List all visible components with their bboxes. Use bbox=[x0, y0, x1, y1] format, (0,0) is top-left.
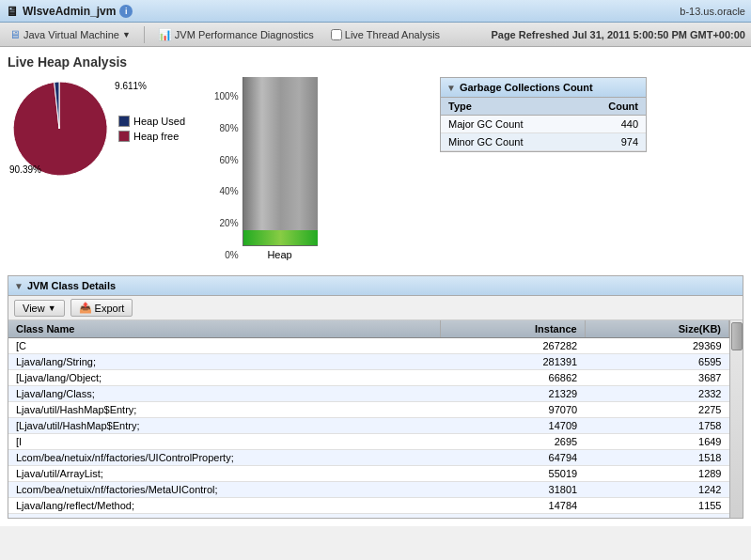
class-name-cell: Ljava/util/HashMap$Entry; bbox=[8, 402, 441, 418]
y-label-60: 60% bbox=[214, 155, 239, 165]
bar-used-segment bbox=[243, 77, 318, 231]
legend-label-used: Heap Used bbox=[133, 116, 185, 127]
legend-item-free: Heap free bbox=[118, 131, 185, 142]
gc-type-cell: Major GC Count bbox=[441, 116, 577, 133]
class-details-panel: ▼ JVM Class Details View ▼ 📤 Export Clas… bbox=[8, 275, 743, 519]
size-cell: 1758 bbox=[585, 418, 728, 434]
export-label: Export bbox=[95, 303, 125, 314]
gc-col-count: Count bbox=[577, 98, 646, 116]
gc-count-cell: 440 bbox=[577, 116, 646, 133]
size-cell: 1289 bbox=[585, 466, 728, 482]
class-table-wrapper[interactable]: Class Name Instance Size(KB) [C267282293… bbox=[8, 320, 743, 518]
main-content: Live Heap Analysis 9.611% 90.39% bbox=[0, 47, 751, 526]
gc-table-row: Major GC Count440 bbox=[441, 116, 646, 133]
gc-table-body: Major GC Count440Minor GC Count974 bbox=[441, 116, 646, 151]
instance-cell: 21329 bbox=[441, 386, 585, 402]
scrollbar[interactable] bbox=[729, 320, 743, 518]
class-name-cell: [C bbox=[8, 338, 441, 354]
scrollbar-thumb[interactable] bbox=[731, 322, 743, 350]
size-cell: 953 bbox=[585, 514, 728, 519]
pie-wrapper: 9.611% 90.39% Heap Used Heap free bbox=[8, 77, 196, 180]
heap-analysis-row: 9.611% 90.39% Heap Used Heap free bbox=[8, 77, 743, 260]
table-row: [I26951649 bbox=[8, 434, 729, 450]
class-table-body: [C26728229369Ljava/lang/String;281391659… bbox=[8, 338, 729, 519]
instance-cell: 281391 bbox=[441, 354, 585, 370]
view-button[interactable]: View ▼ bbox=[14, 300, 65, 317]
export-icon: 📤 bbox=[79, 302, 92, 314]
jvm-menu-icon: 🖥 bbox=[9, 28, 21, 41]
perf-diag-link[interactable]: 📊 JVM Performance Diagnostics bbox=[154, 27, 318, 42]
y-label-80: 80% bbox=[214, 123, 239, 133]
instance-cell: 97070 bbox=[441, 402, 585, 418]
class-name-cell: Ljava/lang/Class; bbox=[8, 386, 441, 402]
title-bar-left: 🖥 WlsveAdmin_jvm i bbox=[6, 4, 133, 19]
y-label-40: 40% bbox=[214, 186, 239, 196]
instance-cell: 2695 bbox=[441, 434, 585, 450]
instance-cell: 55019 bbox=[441, 466, 585, 482]
instance-cell: 66862 bbox=[441, 370, 585, 386]
table-row: [B4636953 bbox=[8, 514, 729, 519]
size-cell: 1242 bbox=[585, 482, 728, 498]
table-row: [Ljava/util/HashMap$Entry;147091758 bbox=[8, 418, 729, 434]
dropdown-arrow-icon: ▼ bbox=[122, 30, 131, 39]
page-refreshed-label: Page Refreshed bbox=[491, 29, 569, 40]
table-row: Ljava/util/HashMap$Entry;970702275 bbox=[8, 402, 729, 418]
gc-panel-title: Garbage Collections Count bbox=[460, 82, 593, 93]
table-row: [C26728229369 bbox=[8, 338, 729, 354]
gc-count-cell: 974 bbox=[577, 133, 646, 151]
pie-chart: 9.611% 90.39% bbox=[8, 77, 111, 180]
page-title: Live Heap Analysis bbox=[8, 54, 743, 70]
pie-label-free-pct: 90.39% bbox=[9, 164, 41, 175]
size-cell: 1155 bbox=[585, 498, 728, 514]
y-axis: 100% 80% 60% 40% 20% 0% bbox=[214, 91, 243, 260]
perf-diag-icon: 📊 bbox=[158, 28, 172, 41]
refresh-timestamp: Jul 31, 2011 5:00:50 PM GMT+00:00 bbox=[572, 29, 745, 40]
class-name-cell: Lcom/bea/netuix/nf/factories/MetaUIContr… bbox=[8, 482, 441, 498]
pie-chart-container: 9.611% 90.39% Heap Used Heap free bbox=[8, 77, 196, 180]
size-cell: 2275 bbox=[585, 402, 728, 418]
class-details-collapse[interactable]: ▼ bbox=[14, 281, 23, 291]
size-cell: 29369 bbox=[585, 338, 728, 354]
gc-panel-header: ▼ Garbage Collections Count bbox=[441, 78, 646, 98]
col-class-name: Class Name bbox=[8, 320, 441, 338]
export-button[interactable]: 📤 Export bbox=[70, 299, 133, 317]
size-cell: 1518 bbox=[585, 450, 728, 466]
gc-table-row: Minor GC Count974 bbox=[441, 133, 646, 151]
page-refresh-info: Page Refreshed Jul 31, 2011 5:00:50 PM G… bbox=[491, 29, 745, 40]
gc-collapse-arrow[interactable]: ▼ bbox=[446, 83, 456, 93]
bar-chart-inner: 100% 80% 60% 40% 20% 0% Heap bbox=[214, 77, 402, 260]
bar-label: Heap bbox=[267, 249, 291, 260]
gc-col-type: Type bbox=[441, 98, 577, 116]
view-dropdown-arrow: ▼ bbox=[48, 303, 56, 313]
y-label-0: 0% bbox=[214, 250, 239, 260]
bar-wrapper bbox=[243, 77, 318, 246]
live-thread-checkbox[interactable] bbox=[331, 29, 342, 40]
bar-free-segment bbox=[243, 230, 318, 245]
class-details-toolbar: View ▼ 📤 Export bbox=[8, 296, 743, 320]
live-thread-checkbox-item[interactable]: Live Thread Analysis bbox=[327, 28, 444, 41]
size-cell: 2332 bbox=[585, 386, 728, 402]
class-table-header-row: Class Name Instance Size(KB) bbox=[8, 320, 729, 338]
perf-diag-label: JVM Performance Diagnostics bbox=[175, 29, 314, 40]
legend-label-free: Heap free bbox=[133, 131, 179, 142]
legend-color-free bbox=[118, 131, 130, 142]
class-name-cell: [I bbox=[8, 434, 441, 450]
class-table-header: Class Name Instance Size(KB) bbox=[8, 320, 729, 338]
jvm-menu[interactable]: 🖥 Java Virtual Machine ▼ bbox=[6, 27, 134, 42]
pie-label-used-pct: 9.611% bbox=[115, 81, 147, 91]
class-details-title: JVM Class Details bbox=[27, 280, 116, 291]
class-table: Class Name Instance Size(KB) [C267282293… bbox=[8, 320, 729, 518]
info-icon[interactable]: i bbox=[119, 5, 133, 18]
instance-cell: 14709 bbox=[441, 418, 585, 434]
col-instance: Instance bbox=[441, 320, 585, 338]
y-label-100: 100% bbox=[214, 91, 239, 101]
nav-separator bbox=[144, 26, 145, 43]
nav-bar: 🖥 Java Virtual Machine ▼ 📊 JVM Performan… bbox=[0, 23, 751, 47]
class-table-container: Class Name Instance Size(KB) [C267282293… bbox=[8, 320, 743, 518]
col-size: Size(KB) bbox=[585, 320, 728, 338]
size-cell: 1649 bbox=[585, 434, 728, 450]
class-name-cell: [Ljava/lang/Object; bbox=[8, 370, 441, 386]
class-name-cell: [B bbox=[8, 514, 441, 519]
gc-table-header-row: Type Count bbox=[441, 98, 646, 116]
instance-cell: 31801 bbox=[441, 482, 585, 498]
